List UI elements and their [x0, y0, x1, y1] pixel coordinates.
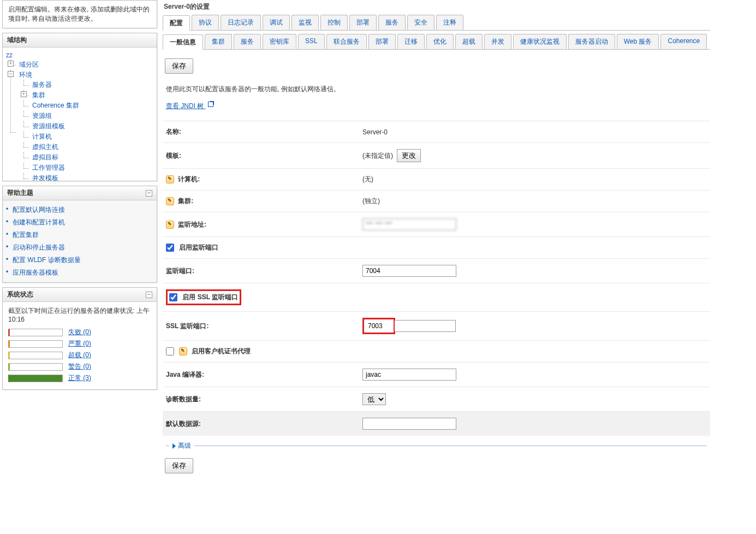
tree-resgrouptpl[interactable]: 资源组模板: [32, 122, 65, 130]
tree-vtargets[interactable]: 虚拟目标: [32, 153, 58, 161]
collapse-icon[interactable]: −: [8, 71, 14, 77]
external-link-icon: [208, 102, 213, 107]
config-edit-panel: 启用配置编辑。将来在修改, 添加或删除此域中的项目时, 将自动激活这些更改。: [2, 0, 157, 28]
tab-联合服务[interactable]: 联合服务: [326, 34, 367, 49]
collapse-icon[interactable]: −: [146, 190, 152, 197]
change-template-button[interactable]: 更改: [397, 149, 421, 162]
help-link[interactable]: 应用服务器模板: [13, 269, 58, 276]
health-link[interactable]: 严重 (0): [68, 339, 91, 348]
tab-优化[interactable]: 优化: [426, 34, 454, 49]
diag-select[interactable]: 低: [362, 393, 386, 405]
enable-ssl-checkbox[interactable]: [169, 293, 177, 301]
tree-domain-root[interactable]: zz: [6, 51, 154, 60]
tab-健康状况监视[interactable]: 健康状况监视: [513, 34, 567, 49]
tab-Web 服务[interactable]: Web 服务: [617, 34, 659, 49]
health-link[interactable]: 失败 (0): [68, 328, 91, 337]
tree-conctpl[interactable]: 并发模板: [32, 174, 58, 181]
health-link[interactable]: 警告 (0): [68, 362, 91, 371]
listen-addr-label: 监听地址:: [178, 221, 206, 228]
health-row: 严重 (0): [8, 339, 151, 348]
domain-tree-panel: 域结构 zz + 域分区 − 环境 服务器 + 集群 Coherence 集群: [2, 33, 157, 181]
help-link[interactable]: 配置 WLDF 诊断数据量: [13, 256, 81, 264]
status-panel: 系统状态 − 截至以下时间正在运行的服务器的健康状况: 上午10:16 失败 (…: [2, 287, 157, 390]
tree-vhosts[interactable]: 虚拟主机: [32, 143, 58, 151]
tab-日志记录[interactable]: 日志记录: [221, 15, 261, 30]
ssl-port-input[interactable]: [365, 320, 392, 332]
java-compiler-label: Java 编译器:: [163, 363, 359, 387]
enable-listen-checkbox[interactable]: [166, 244, 174, 252]
name-value: Server-0: [359, 121, 710, 143]
advanced-toggle[interactable]: 高级: [163, 441, 710, 450]
health-row: 超载 (0): [8, 351, 151, 360]
tab-安全[interactable]: 安全: [407, 15, 434, 30]
health-row: 警告 (0): [8, 362, 151, 371]
domain-tree[interactable]: zz + 域分区 − 环境 服务器 + 集群 Coherence 集群 资源组 …: [3, 48, 157, 181]
listen-port-label: 监听端口:: [163, 259, 359, 283]
help-link[interactable]: 配置默认网络连接: [13, 206, 65, 213]
health-intro: 截至以下时间正在运行的服务器的健康状况: 上午10:16: [8, 306, 151, 323]
help-title: 帮助主题: [7, 188, 33, 198]
tab-密钥库[interactable]: 密钥库: [263, 34, 296, 49]
page-description: 使用此页可以配置该服务器的一般功能, 例如默认网络通信。: [166, 85, 710, 94]
view-jndi-link[interactable]: 查看 JNDI 树: [166, 102, 213, 111]
tab-配置[interactable]: 配置: [163, 15, 190, 31]
tab-SSL[interactable]: SSL: [298, 34, 325, 49]
tab-服务器启动[interactable]: 服务器启动: [568, 34, 615, 49]
tree-clusters[interactable]: 集群: [32, 91, 45, 99]
ssl-port-input-tail[interactable]: [395, 320, 456, 332]
tab-集群[interactable]: 集群: [205, 34, 232, 49]
domain-tree-title: 域结构: [7, 35, 27, 45]
help-link[interactable]: 启动和停止服务器: [13, 244, 65, 251]
help-link[interactable]: 创建和配置计算机: [13, 218, 65, 226]
health-link[interactable]: 正常 (3): [68, 373, 91, 383]
main-tabs: 配置协议日志记录调试监视控制部署服务安全注释: [163, 15, 710, 31]
help-link[interactable]: 配置集群: [13, 231, 39, 239]
tab-调试[interactable]: 调试: [263, 15, 290, 30]
save-button-bottom[interactable]: 保存: [165, 458, 193, 473]
tree-partition[interactable]: 域分区: [19, 61, 39, 68]
tree-coherence[interactable]: Coherence 集群: [32, 102, 79, 109]
status-title: 系统状态: [7, 290, 33, 299]
client-cert-checkbox[interactable]: [166, 347, 174, 355]
tree-env[interactable]: 环境: [19, 71, 32, 79]
tab-一般信息[interactable]: 一般信息: [163, 34, 203, 50]
save-button-top[interactable]: 保存: [165, 58, 193, 74]
client-cert-label: 启用客户机证书代理: [192, 347, 251, 355]
tab-部署[interactable]: 部署: [368, 34, 396, 49]
tab-部署[interactable]: 部署: [349, 15, 377, 30]
ds-input[interactable]: [362, 418, 456, 430]
tab-并发[interactable]: 并发: [484, 34, 511, 49]
tree-resgroup[interactable]: 资源组: [32, 112, 52, 120]
listen-port-input[interactable]: [362, 265, 456, 277]
health-link[interactable]: 超载 (0): [68, 351, 91, 360]
health-row: 失败 (0): [8, 328, 151, 337]
tree-workmgr[interactable]: 工作管理器: [32, 164, 65, 171]
tree-servers[interactable]: 服务器: [32, 81, 52, 88]
tab-监视[interactable]: 监视: [291, 15, 319, 30]
settings-form: 名称: Server-0 模板: (未指定值) 更改 计算机: (无) 集群: …: [163, 121, 710, 436]
listen-addr-input[interactable]: [362, 218, 456, 230]
machine-value: (无): [359, 169, 710, 191]
tab-注释[interactable]: 注释: [436, 15, 463, 30]
highlight-ssl-enable: 启用 SSL 监听端口: [166, 289, 241, 305]
restart-icon: [166, 221, 174, 229]
tab-服务[interactable]: 服务: [234, 34, 261, 49]
help-panel: 帮助主题 − 配置默认网络连接创建和配置计算机配置集群启动和停止服务器配置 WL…: [2, 186, 157, 283]
tab-超载[interactable]: 超载: [455, 34, 483, 49]
help-list: 配置默认网络连接创建和配置计算机配置集群启动和停止服务器配置 WLDF 诊断数据…: [3, 200, 157, 282]
tab-服务[interactable]: 服务: [378, 15, 406, 30]
tree-machines[interactable]: 计算机: [32, 133, 52, 140]
tab-迁移[interactable]: 迁移: [397, 34, 425, 49]
java-compiler-input[interactable]: [362, 369, 456, 381]
tab-控制[interactable]: 控制: [320, 15, 348, 30]
config-edit-msg: 启用配置编辑。将来在修改, 添加或删除此域中的项目时, 将自动激活这些更改。: [3, 1, 157, 28]
expand-icon[interactable]: +: [8, 61, 14, 67]
advanced-label: 高级: [178, 441, 191, 450]
expand-icon[interactable]: +: [21, 91, 27, 97]
enable-listen-label: 启用监听端口: [179, 244, 218, 251]
collapse-icon[interactable]: −: [146, 292, 152, 298]
tab-协议[interactable]: 协议: [192, 15, 219, 30]
tab-Coherence[interactable]: Coherence: [660, 34, 707, 49]
restart-icon: [166, 175, 174, 183]
health-row: 正常 (3): [8, 373, 151, 383]
